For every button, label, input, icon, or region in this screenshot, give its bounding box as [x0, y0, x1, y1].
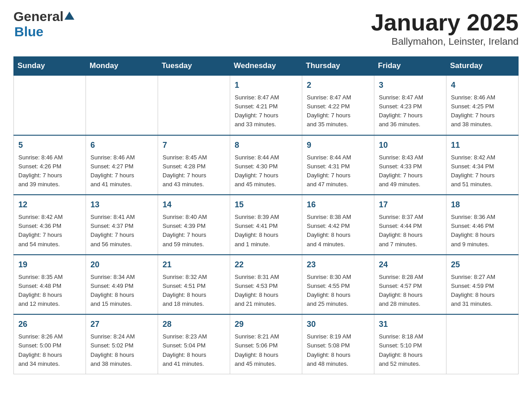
- day-info: Sunrise: 8:41 AM Sunset: 4:37 PM Dayligh…: [90, 213, 153, 249]
- calendar-day-24: 24Sunrise: 8:28 AM Sunset: 4:57 PM Dayli…: [374, 255, 446, 315]
- day-info: Sunrise: 8:21 AM Sunset: 5:06 PM Dayligh…: [235, 332, 297, 368]
- calendar-day-15: 15Sunrise: 8:39 AM Sunset: 4:41 PM Dayli…: [230, 195, 302, 255]
- day-info: Sunrise: 8:18 AM Sunset: 5:10 PM Dayligh…: [379, 332, 442, 368]
- calendar-day-1: 1Sunrise: 8:47 AM Sunset: 4:21 PM Daylig…: [230, 75, 302, 135]
- page-header: General Blue January 2025 Ballymahon, Le…: [13, 9, 519, 47]
- calendar-day-25: 25Sunrise: 8:27 AM Sunset: 4:59 PM Dayli…: [446, 255, 519, 315]
- calendar-day-29: 29Sunrise: 8:21 AM Sunset: 5:06 PM Dayli…: [230, 314, 302, 374]
- calendar-day-10: 10Sunrise: 8:43 AM Sunset: 4:33 PM Dayli…: [374, 135, 446, 195]
- day-number: 1: [235, 79, 297, 91]
- logo: General Blue: [13, 9, 75, 39]
- title-block: January 2025 Ballymahon, Leinster, Irela…: [371, 9, 519, 47]
- calendar-week-4: 19Sunrise: 8:35 AM Sunset: 4:48 PM Dayli…: [14, 255, 519, 315]
- day-info: Sunrise: 8:43 AM Sunset: 4:33 PM Dayligh…: [379, 153, 442, 189]
- day-number: 16: [307, 199, 369, 211]
- day-info: Sunrise: 8:45 AM Sunset: 4:28 PM Dayligh…: [163, 153, 225, 189]
- header-monday: Monday: [86, 57, 158, 76]
- svg-marker-0: [64, 12, 74, 20]
- day-info: Sunrise: 8:42 AM Sunset: 4:34 PM Dayligh…: [451, 153, 514, 189]
- day-info: Sunrise: 8:47 AM Sunset: 4:21 PM Dayligh…: [235, 93, 297, 129]
- calendar-empty: [86, 75, 158, 135]
- day-info: Sunrise: 8:47 AM Sunset: 4:23 PM Dayligh…: [379, 93, 442, 129]
- day-info: Sunrise: 8:19 AM Sunset: 5:08 PM Dayligh…: [307, 332, 369, 368]
- day-number: 23: [307, 259, 369, 271]
- day-info: Sunrise: 8:46 AM Sunset: 4:26 PM Dayligh…: [18, 153, 81, 189]
- calendar-day-7: 7Sunrise: 8:45 AM Sunset: 4:28 PM Daylig…: [158, 135, 230, 195]
- day-info: Sunrise: 8:27 AM Sunset: 4:59 PM Dayligh…: [451, 273, 514, 309]
- day-number: 31: [379, 318, 442, 330]
- calendar-day-2: 2Sunrise: 8:47 AM Sunset: 4:22 PM Daylig…: [302, 75, 374, 135]
- day-number: 27: [90, 318, 153, 330]
- day-number: 11: [451, 139, 514, 151]
- logo-triangle-icon: [64, 11, 74, 22]
- day-number: 20: [90, 259, 153, 271]
- calendar-week-2: 5Sunrise: 8:46 AM Sunset: 4:26 PM Daylig…: [14, 135, 519, 195]
- day-number: 15: [235, 199, 297, 211]
- day-number: 6: [90, 139, 153, 151]
- day-number: 13: [90, 199, 153, 211]
- header-friday: Friday: [374, 57, 446, 76]
- header-thursday: Thursday: [302, 57, 374, 76]
- day-number: 7: [163, 139, 225, 151]
- calendar-day-14: 14Sunrise: 8:40 AM Sunset: 4:39 PM Dayli…: [158, 195, 230, 255]
- day-info: Sunrise: 8:28 AM Sunset: 4:57 PM Dayligh…: [379, 273, 442, 309]
- calendar-day-23: 23Sunrise: 8:30 AM Sunset: 4:55 PM Dayli…: [302, 255, 374, 315]
- calendar-day-3: 3Sunrise: 8:47 AM Sunset: 4:23 PM Daylig…: [374, 75, 446, 135]
- header-tuesday: Tuesday: [158, 57, 230, 76]
- calendar-day-19: 19Sunrise: 8:35 AM Sunset: 4:48 PM Dayli…: [14, 255, 86, 315]
- logo-line1: General: [13, 9, 75, 24]
- day-info: Sunrise: 8:44 AM Sunset: 4:30 PM Dayligh…: [235, 153, 297, 189]
- day-info: Sunrise: 8:39 AM Sunset: 4:41 PM Dayligh…: [235, 213, 297, 249]
- calendar-subtitle: Ballymahon, Leinster, Ireland: [371, 36, 519, 47]
- calendar-empty: [14, 75, 86, 135]
- calendar-empty: [446, 314, 519, 374]
- header-wednesday: Wednesday: [230, 57, 302, 76]
- header-saturday: Saturday: [446, 57, 519, 76]
- calendar-day-4: 4Sunrise: 8:46 AM Sunset: 4:25 PM Daylig…: [446, 75, 519, 135]
- calendar-day-13: 13Sunrise: 8:41 AM Sunset: 4:37 PM Dayli…: [86, 195, 158, 255]
- day-info: Sunrise: 8:42 AM Sunset: 4:36 PM Dayligh…: [18, 213, 81, 249]
- calendar-empty: [158, 75, 230, 135]
- calendar-week-5: 26Sunrise: 8:26 AM Sunset: 5:00 PM Dayli…: [14, 314, 519, 374]
- day-number: 2: [307, 79, 369, 91]
- day-number: 10: [379, 139, 442, 151]
- calendar-week-1: 1Sunrise: 8:47 AM Sunset: 4:21 PM Daylig…: [14, 75, 519, 135]
- day-number: 28: [163, 318, 225, 330]
- days-of-week-row: SundayMondayTuesdayWednesdayThursdayFrid…: [14, 57, 519, 76]
- day-info: Sunrise: 8:46 AM Sunset: 4:25 PM Dayligh…: [451, 93, 514, 129]
- calendar-header: SundayMondayTuesdayWednesdayThursdayFrid…: [14, 57, 519, 76]
- day-number: 19: [18, 259, 81, 271]
- calendar-day-20: 20Sunrise: 8:34 AM Sunset: 4:49 PM Dayli…: [86, 255, 158, 315]
- day-info: Sunrise: 8:40 AM Sunset: 4:39 PM Dayligh…: [163, 213, 225, 249]
- header-sunday: Sunday: [14, 57, 86, 76]
- day-info: Sunrise: 8:26 AM Sunset: 5:00 PM Dayligh…: [18, 332, 81, 368]
- logo-blue-text: Blue: [14, 24, 43, 39]
- day-info: Sunrise: 8:44 AM Sunset: 4:31 PM Dayligh…: [307, 153, 369, 189]
- day-info: Sunrise: 8:46 AM Sunset: 4:27 PM Dayligh…: [90, 153, 153, 189]
- day-info: Sunrise: 8:47 AM Sunset: 4:22 PM Dayligh…: [307, 93, 369, 129]
- calendar-day-8: 8Sunrise: 8:44 AM Sunset: 4:30 PM Daylig…: [230, 135, 302, 195]
- day-info: Sunrise: 8:30 AM Sunset: 4:55 PM Dayligh…: [307, 273, 369, 309]
- calendar-week-3: 12Sunrise: 8:42 AM Sunset: 4:36 PM Dayli…: [14, 195, 519, 255]
- day-number: 4: [451, 79, 514, 91]
- day-number: 8: [235, 139, 297, 151]
- day-number: 9: [307, 139, 369, 151]
- day-info: Sunrise: 8:36 AM Sunset: 4:46 PM Dayligh…: [451, 213, 514, 249]
- day-info: Sunrise: 8:37 AM Sunset: 4:44 PM Dayligh…: [379, 213, 442, 249]
- calendar-day-9: 9Sunrise: 8:44 AM Sunset: 4:31 PM Daylig…: [302, 135, 374, 195]
- day-number: 22: [235, 259, 297, 271]
- calendar-day-26: 26Sunrise: 8:26 AM Sunset: 5:00 PM Dayli…: [14, 314, 86, 374]
- day-number: 14: [163, 199, 225, 211]
- calendar-day-21: 21Sunrise: 8:32 AM Sunset: 4:51 PM Dayli…: [158, 255, 230, 315]
- day-info: Sunrise: 8:23 AM Sunset: 5:04 PM Dayligh…: [163, 332, 225, 368]
- logo-general-text: General: [13, 9, 64, 24]
- calendar-day-31: 31Sunrise: 8:18 AM Sunset: 5:10 PM Dayli…: [374, 314, 446, 374]
- day-number: 21: [163, 259, 225, 271]
- calendar-day-30: 30Sunrise: 8:19 AM Sunset: 5:08 PM Dayli…: [302, 314, 374, 374]
- day-number: 29: [235, 318, 297, 330]
- calendar-day-22: 22Sunrise: 8:31 AM Sunset: 4:53 PM Dayli…: [230, 255, 302, 315]
- day-number: 18: [451, 199, 514, 211]
- day-info: Sunrise: 8:32 AM Sunset: 4:51 PM Dayligh…: [163, 273, 225, 309]
- day-info: Sunrise: 8:34 AM Sunset: 4:49 PM Dayligh…: [90, 273, 153, 309]
- day-number: 3: [379, 79, 442, 91]
